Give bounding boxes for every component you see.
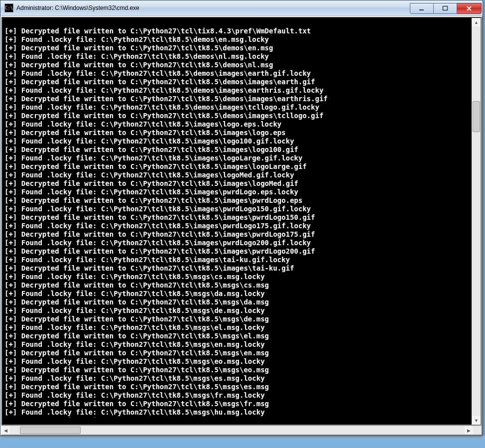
console-line: [+] Decrypted file written to C:\Python2… <box>4 383 472 391</box>
window-title: Administrator: C:\Windows\System32\cmd.e… <box>16 4 139 11</box>
console-line: [+] Found .locky file: C:\Python27\tcl\t… <box>4 154 472 162</box>
console-line: [+] Decrypted file written to C:\Python2… <box>4 417 472 418</box>
console-line: [+] Found .locky file: C:\Python27\tcl\t… <box>4 323 472 332</box>
taskbar-peek <box>0 436 485 440</box>
console-line: [+] Found .locky file: C:\Python27\tcl\t… <box>4 205 472 213</box>
console-line: [+] Decrypted file written to C:\Python2… <box>4 281 472 290</box>
console-line: [+] Found .locky file: C:\Python27\tcl\t… <box>4 290 472 298</box>
console-line: [+] Found .locky file: C:\Python27\tcl\t… <box>4 374 472 383</box>
console-line: [+] Found .locky file: C:\Python27\tcl\t… <box>4 52 472 61</box>
cmd-window: C:\ Administrator: C:\Windows\System32\c… <box>0 0 483 436</box>
console-line: [+] Found .locky file: C:\Python27\tcl\t… <box>4 137 472 146</box>
titlebar[interactable]: C:\ Administrator: C:\Windows\System32\c… <box>0 0 483 16</box>
console-line: [+] Decrypted file written to C:\Python2… <box>4 146 472 154</box>
console-output[interactable]: [+] Decrypted file written to C:\Python2… <box>2 25 472 418</box>
console-line: [+] Decrypted file written to C:\Python2… <box>4 162 472 171</box>
console-line: [+] Decrypted file written to C:\Python2… <box>4 112 472 120</box>
hscroll-track[interactable] <box>10 426 465 435</box>
vertical-scrollbar[interactable]: ▲ ▼ <box>472 18 481 425</box>
close-button[interactable] <box>457 3 482 14</box>
console-line: [+] Found .locky file: C:\Python27\tcl\t… <box>4 408 472 417</box>
window-buttons <box>410 3 482 13</box>
console-line: [+] Decrypted file written to C:\Python2… <box>4 247 472 256</box>
console-line: [+] Decrypted file written to C:\Python2… <box>4 95 472 103</box>
console-line: [+] Found .locky file: C:\Python27\tcl\t… <box>4 120 472 129</box>
scroll-left-arrow-icon[interactable]: ◀ <box>1 426 10 435</box>
resize-grip-icon[interactable] <box>473 426 482 435</box>
console-line: [+] Found .locky file: C:\Python27\tcl\t… <box>4 256 472 264</box>
console-line: [+] Found .locky file: C:\Python27\tcl\t… <box>4 273 472 281</box>
cmd-icon: C:\ <box>4 3 13 12</box>
svg-rect-0 <box>419 9 424 10</box>
console-line: [+] Decrypted file written to C:\Python2… <box>4 61 472 69</box>
console-line: [+] Decrypted file written to C:\Python2… <box>4 196 472 205</box>
console-line: [+] Found .locky file: C:\Python27\tcl\t… <box>4 222 472 230</box>
console-line: [+] Found .locky file: C:\Python27\tcl\t… <box>4 357 472 366</box>
scroll-up-arrow-icon[interactable]: ▲ <box>472 18 481 26</box>
console-line: [+] Found .locky file: C:\Python27\tcl\t… <box>4 340 472 349</box>
console-line: [+] Decrypted file written to C:\Python2… <box>4 349 472 357</box>
console-line: [+] Found .locky file: C:\Python27\tcl\t… <box>4 391 472 400</box>
console-line: [+] Decrypted file written to C:\Python2… <box>4 264 472 273</box>
client-area: [+] Decrypted file written to C:\Python2… <box>0 16 483 436</box>
console-line: [+] Decrypted file written to C:\Python2… <box>4 129 472 137</box>
vscroll-track[interactable] <box>472 26 481 416</box>
console-line: [+] Found .locky file: C:\Python27\tcl\t… <box>4 306 472 315</box>
console-line: [+] Found .locky file: C:\Python27\tcl\t… <box>4 86 472 95</box>
console-line: [+] Found .locky file: C:\Python27\tcl\t… <box>4 103 472 112</box>
console-line: [+] Decrypted file written to C:\Python2… <box>4 78 472 86</box>
minimize-icon <box>419 5 425 11</box>
console-line: [+] Decrypted file written to C:\Python2… <box>4 230 472 239</box>
console-wrap: [+] Decrypted file written to C:\Python2… <box>1 17 482 426</box>
console-line: [+] Decrypted file written to C:\Python2… <box>4 315 472 323</box>
maximize-icon <box>442 5 448 11</box>
console-line: [+] Decrypted file written to C:\Python2… <box>4 44 472 52</box>
hscroll-thumb[interactable] <box>20 427 81 434</box>
vscroll-thumb[interactable] <box>473 101 480 132</box>
console-line: [+] Found .locky file: C:\Python27\tcl\t… <box>4 171 472 179</box>
scroll-right-arrow-icon[interactable]: ▶ <box>465 426 473 435</box>
scroll-down-arrow-icon[interactable]: ▼ <box>472 416 481 425</box>
console-line: [+] Found .locky file: C:\Python27\tcl\t… <box>4 239 472 247</box>
console-line: [+] Decrypted file written to C:\Python2… <box>4 213 472 222</box>
console-line: [+] Found .locky file: C:\Python27\tcl\t… <box>4 35 472 44</box>
console-line: [+] Decrypted file written to C:\Python2… <box>4 298 472 306</box>
console-line: [+] Decrypted file written to C:\Python2… <box>4 179 472 188</box>
svg-rect-1 <box>443 6 448 10</box>
console-line: [+] Decrypted file written to C:\Python2… <box>4 27 472 35</box>
console-line: [+] Found .locky file: C:\Python27\tcl\t… <box>4 69 472 78</box>
console-line: [+] Found .locky file: C:\Python27\tcl\t… <box>4 188 472 196</box>
maximize-button[interactable] <box>434 3 457 14</box>
horizontal-scrollbar[interactable]: ◀ ▶ <box>1 426 482 435</box>
close-icon <box>466 5 472 11</box>
console-line: [+] Decrypted file written to C:\Python2… <box>4 332 472 340</box>
console-line: [+] Decrypted file written to C:\Python2… <box>4 366 472 374</box>
console-line: [+] Decrypted file written to C:\Python2… <box>4 400 472 408</box>
minimize-button[interactable] <box>410 3 434 14</box>
